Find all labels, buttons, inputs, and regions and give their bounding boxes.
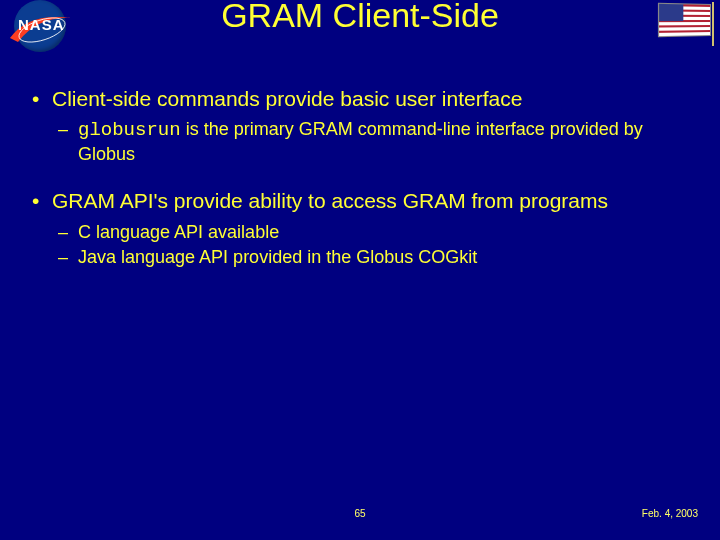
code-text: globusrun [78, 119, 181, 141]
flagpole-icon [712, 2, 715, 46]
sub-bullet-item: globusrun is the primary GRAM command-li… [52, 118, 690, 166]
us-flag [658, 2, 714, 46]
slide: NASA GRAM Client-Side Client-side comman… [0, 0, 720, 536]
bullet-item: Client-side commands provide basic user … [30, 86, 690, 166]
bullet-item: GRAM API's provide ability to access GRA… [30, 188, 690, 269]
slide-header: NASA GRAM Client-Side [0, 0, 720, 60]
sub-bullet-text: C language API available [78, 222, 279, 242]
slide-body: Client-side commands provide basic user … [0, 60, 720, 269]
bullet-text: GRAM API's provide ability to access GRA… [52, 189, 608, 212]
slide-title: GRAM Client-Side [0, 0, 720, 35]
page-number: 65 [354, 508, 365, 519]
sub-bullet-item: C language API available [52, 221, 690, 244]
slide-footer: 65 Feb. 4, 2003 [0, 508, 720, 528]
flag-icon [658, 3, 711, 37]
nasa-logo: NASA [6, 0, 74, 50]
bullet-text: Client-side commands provide basic user … [52, 87, 522, 110]
sub-bullet-item: Java language API provided in the Globus… [52, 246, 690, 269]
footer-date: Feb. 4, 2003 [642, 508, 698, 519]
nasa-logo-text: NASA [18, 16, 65, 33]
sub-bullet-text: Java language API provided in the Globus… [78, 247, 477, 267]
